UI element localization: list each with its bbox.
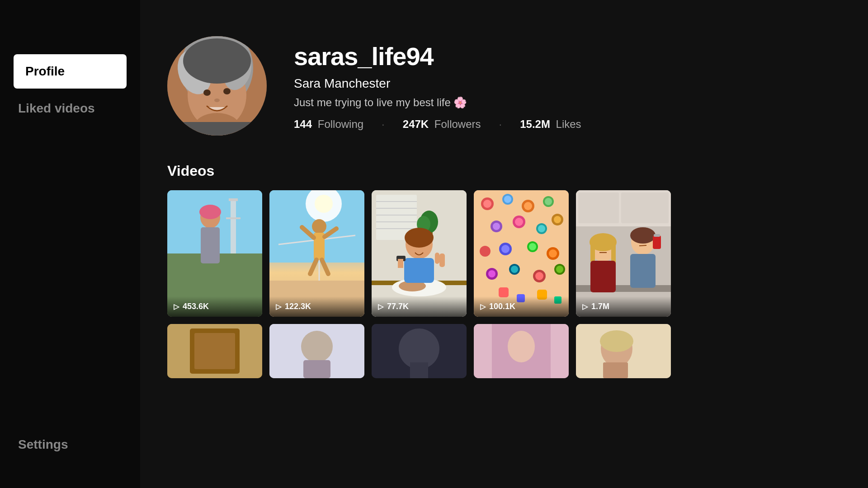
svg-point-61 xyxy=(493,223,500,230)
svg-point-82 xyxy=(556,266,563,273)
likes-label: Likes xyxy=(556,118,581,130)
svg-point-24 xyxy=(312,219,326,234)
video-card-7[interactable] xyxy=(269,324,364,378)
video-card-3[interactable]: ▷ 77.7K xyxy=(372,190,467,317)
video-card-10[interactable] xyxy=(576,324,671,378)
svg-rect-10 xyxy=(181,122,253,136)
view-count-1: 453.6K xyxy=(183,302,209,311)
video-overlay-4: ▷ 100.1K xyxy=(474,296,569,317)
following-label: Following xyxy=(318,118,363,130)
video-card-6[interactable] xyxy=(167,324,262,378)
svg-rect-13 xyxy=(229,198,238,201)
svg-point-55 xyxy=(504,196,511,203)
svg-rect-95 xyxy=(611,242,616,263)
svg-rect-83 xyxy=(499,287,509,297)
svg-point-70 xyxy=(501,245,509,253)
svg-point-21 xyxy=(315,195,333,213)
video-card-9[interactable] xyxy=(474,324,569,378)
sidebar-profile-label: Profile xyxy=(25,64,65,78)
view-count-4: 100.1K xyxy=(489,302,515,311)
video-card-4[interactable]: ▷ 100.1K xyxy=(474,190,569,317)
stat-separator-1: · xyxy=(382,118,385,131)
stat-likes: 15.2M Likes xyxy=(520,118,581,131)
video-overlay-1: ▷ 453.6K xyxy=(167,296,262,317)
svg-point-7 xyxy=(223,88,231,94)
profile-bio: Just me trying to live my best life 🌸 xyxy=(294,96,581,109)
svg-line-103 xyxy=(639,245,646,246)
svg-rect-96 xyxy=(590,261,616,292)
svg-rect-112 xyxy=(410,362,428,378)
svg-point-57 xyxy=(524,202,532,210)
svg-rect-89 xyxy=(578,192,619,223)
sidebar-spacer xyxy=(0,125,140,428)
svg-point-67 xyxy=(554,216,561,223)
svg-point-72 xyxy=(529,243,536,250)
svg-rect-50 xyxy=(398,259,403,268)
video-overlay-2: ▷ 122.3K xyxy=(269,296,364,317)
video-card-1[interactable]: ▷ 453.6K xyxy=(167,190,262,317)
profile-header: saras_life94 Sara Manchester Just me try… xyxy=(167,36,841,136)
svg-rect-90 xyxy=(621,192,669,223)
videos-title: Videos xyxy=(167,163,841,179)
svg-point-99 xyxy=(630,227,656,244)
sidebar-settings-label: Settings xyxy=(18,437,68,451)
avatar xyxy=(167,36,267,136)
profile-username: saras_life94 xyxy=(294,42,581,71)
svg-rect-46 xyxy=(404,258,434,283)
play-icon-3: ▷ xyxy=(378,302,383,311)
sidebar-item-settings[interactable]: Settings xyxy=(0,428,140,461)
svg-point-80 xyxy=(535,272,543,280)
svg-point-65 xyxy=(538,225,545,232)
svg-point-45 xyxy=(405,228,434,248)
svg-point-17 xyxy=(199,205,221,219)
svg-point-74 xyxy=(549,249,557,258)
svg-point-53 xyxy=(483,200,491,208)
svg-point-59 xyxy=(545,198,552,205)
video-card-5[interactable]: ▷ 1.7M xyxy=(576,190,671,317)
view-count-5: 1.7M xyxy=(591,302,609,311)
video-overlay-5: ▷ 1.7M xyxy=(576,296,671,317)
likes-count: 15.2M xyxy=(520,118,550,130)
stat-followers: 247K Followers xyxy=(403,118,481,131)
svg-rect-48 xyxy=(435,253,439,264)
svg-rect-106 xyxy=(194,333,235,369)
svg-rect-94 xyxy=(590,244,595,262)
video-card-8[interactable] xyxy=(372,324,467,378)
svg-rect-91 xyxy=(576,285,671,292)
svg-point-78 xyxy=(511,266,518,273)
following-count: 144 xyxy=(294,118,312,130)
profile-stats: 144 Following · 247K Followers · 15.2M L… xyxy=(294,118,581,131)
sidebar-liked-videos-label: Liked videos xyxy=(18,101,95,115)
svg-point-108 xyxy=(301,331,333,362)
svg-rect-47 xyxy=(439,253,445,267)
svg-point-8 xyxy=(214,99,220,102)
profile-display-name: Sara Manchester xyxy=(294,76,581,91)
svg-point-119 xyxy=(600,330,633,352)
play-icon-5: ▷ xyxy=(582,302,588,311)
sidebar-item-liked-videos[interactable]: Liked videos xyxy=(0,92,140,125)
profile-info: saras_life94 Sara Manchester Just me try… xyxy=(294,42,581,131)
svg-point-76 xyxy=(488,270,495,277)
video-grid-row2 xyxy=(167,324,841,378)
play-icon-1: ▷ xyxy=(174,302,179,311)
svg-rect-118 xyxy=(603,362,628,378)
stat-following: 144 Following xyxy=(294,118,363,131)
video-card-2[interactable]: ▷ 122.3K xyxy=(269,190,364,317)
svg-rect-100 xyxy=(630,254,656,288)
sidebar: Profile Liked videos Settings xyxy=(0,0,140,488)
svg-rect-14 xyxy=(226,217,241,219)
play-icon-4: ▷ xyxy=(480,302,486,311)
svg-rect-101 xyxy=(653,235,661,249)
video-overlay-3: ▷ 77.7K xyxy=(372,296,467,317)
followers-count: 247K xyxy=(403,118,429,130)
svg-point-6 xyxy=(203,89,211,96)
svg-point-68 xyxy=(480,246,491,257)
svg-point-5 xyxy=(183,38,251,84)
svg-point-63 xyxy=(515,218,523,226)
video-grid-row1: ▷ 453.6K xyxy=(167,190,841,317)
view-count-3: 77.7K xyxy=(387,302,409,311)
videos-section: Videos xyxy=(167,163,841,378)
svg-rect-18 xyxy=(201,227,220,263)
svg-rect-102 xyxy=(654,234,660,237)
sidebar-item-profile[interactable]: Profile xyxy=(14,54,127,89)
